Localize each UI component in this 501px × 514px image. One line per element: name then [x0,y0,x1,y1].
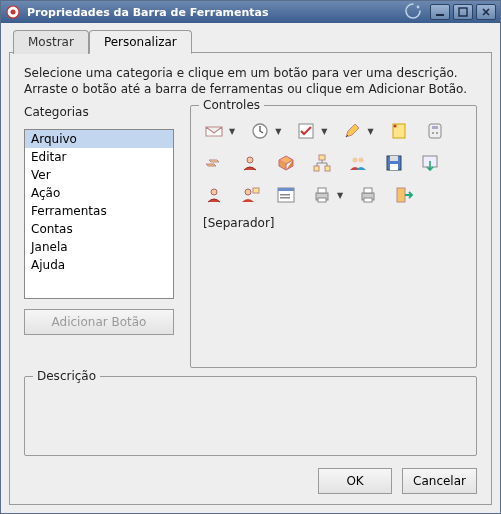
svg-point-2 [417,5,420,8]
description-fieldset: Descrição [24,376,477,456]
description-legend: Descrição [33,369,100,383]
user-red-icon [239,152,261,174]
categories-listbox[interactable]: ArquivoEditarVerAçãoFerramentasContasJan… [24,129,174,299]
control-task-icon[interactable]: ▼ [295,120,327,142]
categories-column: Categorias ArquivoEditarVerAçãoFerrament… [24,105,174,368]
tab-pane-customize: Selecione uma categoria e clique em um b… [9,52,492,505]
close-button[interactable] [476,4,496,20]
tab-customize[interactable]: Personalizar [89,30,192,54]
control-user-red-icon[interactable] [239,152,261,174]
svg-rect-20 [390,156,398,161]
svg-rect-29 [280,197,290,199]
tab-show[interactable]: Mostrar [13,30,89,54]
import-icon [419,152,441,174]
window-list-icon [275,184,297,206]
separator-label: [Separador] [203,216,275,230]
svg-rect-3 [436,14,444,16]
control-window-list-icon[interactable] [275,184,297,206]
svg-rect-27 [278,188,294,191]
user-add-icon [239,184,261,206]
dialog-footer: OK Cancelar [24,464,477,494]
print-icon [311,184,333,206]
svg-rect-35 [364,198,372,202]
controls-legend: Controles [199,98,264,112]
control-folders-icon[interactable] [203,152,225,174]
folders-icon [203,152,225,174]
category-item[interactable]: Ação [25,184,173,202]
intro-line-2: Arraste o botão até a barra de ferrament… [24,81,477,97]
svg-rect-25 [253,188,259,193]
category-item[interactable]: Ferramentas [25,202,173,220]
window-title: Propriedades da Barra de Ferramentas [27,6,404,19]
svg-rect-16 [325,166,330,171]
category-item[interactable]: Ver [25,166,173,184]
category-item[interactable]: Janela [25,238,173,256]
control-print-setup-icon[interactable] [357,184,379,206]
window: Propriedades da Barra de Ferramentas Mos… [0,0,501,514]
chevron-down-icon: ▼ [229,127,235,136]
control-orgchart-icon[interactable] [311,152,333,174]
control-user-group-icon[interactable] [347,152,369,174]
control-note-icon[interactable] [388,120,410,142]
add-toolbar-button[interactable]: Adicionar Botão [24,309,174,335]
control-user-add-icon[interactable] [239,184,261,206]
clock-icon [249,120,271,142]
chevron-down-icon: ▼ [321,127,327,136]
mid-columns: Categorias ArquivoEditarVerAçãoFerrament… [24,105,477,368]
control-separator[interactable]: [Separador] [203,216,275,230]
control-mail-icon[interactable]: ▼ [203,120,235,142]
svg-point-23 [211,189,217,195]
svg-point-18 [359,158,364,163]
svg-rect-36 [397,188,405,202]
category-item[interactable]: Contas [25,220,173,238]
svg-rect-28 [280,194,290,196]
mail-icon [203,120,225,142]
svg-rect-21 [390,164,398,170]
suse-swirl-icon [404,2,422,23]
maximize-button[interactable] [453,4,473,20]
client-area: Mostrar Personalizar Selecione uma categ… [1,23,500,513]
control-cube-icon[interactable] [275,152,297,174]
intro-line-1: Selecione uma categoria e clique em um b… [24,65,477,81]
user-group-icon [347,152,369,174]
minimize-button[interactable] [430,4,450,20]
app-icon [5,4,21,20]
svg-rect-10 [432,126,438,129]
control-edit-icon[interactable]: ▼ [341,120,373,142]
svg-rect-4 [459,8,467,16]
svg-rect-14 [319,155,325,160]
category-item[interactable]: Editar [25,148,173,166]
svg-point-1 [11,10,16,15]
ok-button[interactable]: OK [318,468,392,494]
svg-rect-15 [314,166,319,171]
control-print-icon[interactable]: ▼ [311,184,343,206]
control-user-icon[interactable] [203,184,225,206]
orgchart-icon [311,152,333,174]
window-buttons [430,4,496,20]
titlebar: Propriedades da Barra de Ferramentas [1,1,500,23]
cancel-button[interactable]: Cancelar [402,468,477,494]
svg-point-13 [247,157,253,163]
svg-point-8 [393,125,396,128]
control-clock-icon[interactable]: ▼ [249,120,281,142]
control-save-icon[interactable] [383,152,405,174]
chevron-down-icon: ▼ [275,127,281,136]
chevron-down-icon: ▼ [337,191,343,200]
svg-point-17 [353,158,358,163]
category-item[interactable]: Arquivo [25,130,173,148]
svg-point-12 [436,132,438,134]
svg-rect-31 [318,188,326,193]
svg-point-24 [245,189,251,195]
cube-icon [275,152,297,174]
task-icon [295,120,317,142]
category-item[interactable]: Ajuda [25,256,173,274]
categories-label: Categorias [24,105,174,119]
note-icon [388,120,410,142]
control-exit-icon[interactable] [393,184,415,206]
controls-fieldset: Controles ▼▼▼▼▼[Separador] [190,105,477,368]
edit-icon [341,120,363,142]
control-import-icon[interactable] [419,152,441,174]
control-phone-icon[interactable] [424,120,446,142]
phone-icon [424,120,446,142]
svg-point-11 [432,132,434,134]
